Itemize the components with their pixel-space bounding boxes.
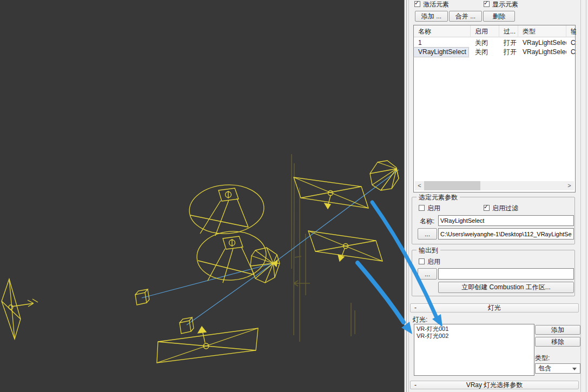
- cube-light-1[interactable]: [135, 289, 149, 305]
- lights-list-label: 灯光:: [413, 315, 427, 324]
- type-dropdown[interactable]: 包含: [535, 363, 580, 374]
- application-window: 激活元素 显示元素 添加 ... 合并 ... 删除 名称 启用 过... 类型…: [0, 0, 588, 392]
- panel-edge-line-2: [408, 0, 409, 392]
- vray-light-select-params-title: VRay 灯光选择参数: [411, 381, 578, 389]
- horizontal-scrollbar[interactable]: < >: [415, 181, 574, 190]
- plane-light-bottom[interactable]: [157, 327, 258, 363]
- cell-filter[interactable]: 打开: [499, 38, 518, 48]
- output-path-input[interactable]: [438, 268, 574, 280]
- cell-type[interactable]: VRayLightSelect: [518, 48, 566, 57]
- cell-enabled[interactable]: 关闭: [471, 48, 499, 57]
- element-name-label: 名称:: [420, 217, 434, 226]
- scroll-left-icon[interactable]: <: [415, 181, 424, 190]
- output-browse-button[interactable]: ...: [418, 268, 437, 280]
- column-header-output[interactable]: 输: [566, 25, 576, 37]
- cell-output[interactable]: C:\: [566, 38, 576, 48]
- render-elements-table[interactable]: 名称 启用 过... 类型 输 1 关闭 打开 VRayLightSelect …: [413, 25, 576, 192]
- render-elements-panel: 激活元素 显示元素 添加 ... 合并 ... 删除 名称 启用 过... 类型…: [404, 0, 588, 392]
- plane-light-left[interactable]: [2, 279, 38, 339]
- dim-scene-geometry[interactable]: [292, 154, 355, 342]
- display-elements-checkbox[interactable]: [484, 1, 490, 7]
- lights-listbox[interactable]: VR-灯光001 VR-灯光002: [414, 324, 534, 376]
- add-light-button[interactable]: 添加: [535, 325, 580, 335]
- table-header[interactable]: 名称 启用 过... 类型 输: [414, 25, 575, 37]
- cell-name[interactable]: 1: [414, 38, 471, 48]
- enable-filter-checkbox[interactable]: [484, 205, 490, 211]
- activate-elements-label: 激活元素: [423, 0, 449, 9]
- chevron-down-icon: [572, 368, 577, 370]
- cell-output[interactable]: C:\: [566, 48, 576, 57]
- remove-light-button[interactable]: 移除: [535, 337, 580, 347]
- create-combustion-workspace-button[interactable]: 立即创建 Combustion 工作区...: [438, 282, 574, 293]
- vray-light-select-params-rollout-bar[interactable]: - VRay 灯光选择参数: [410, 381, 579, 389]
- column-header-name[interactable]: 名称: [414, 25, 471, 37]
- panel-right-line-2: [586, 0, 586, 392]
- panel-right-line: [580, 0, 581, 392]
- activate-elements-checkbox[interactable]: [414, 1, 420, 7]
- list-item[interactable]: VR-灯光002: [417, 333, 532, 340]
- cone-light-top-right[interactable]: [370, 161, 399, 190]
- scrollbar-thumb[interactable]: [424, 181, 480, 190]
- scroll-right-icon[interactable]: >: [565, 181, 574, 190]
- table-row[interactable]: VRayLightSelect 关闭 打开 VRayLightSelect C:…: [414, 48, 575, 57]
- cube-light-2[interactable]: [180, 317, 194, 334]
- output-enable-checkbox[interactable]: [419, 258, 425, 264]
- delete-element-button[interactable]: 删除: [483, 11, 515, 22]
- 3d-viewport[interactable]: [0, 0, 404, 392]
- cell-name[interactable]: VRayLightSelect: [414, 48, 468, 57]
- lights-rollout-bar[interactable]: - 灯光: [410, 303, 579, 313]
- merge-element-button[interactable]: 合并 ...: [449, 11, 482, 22]
- column-header-enabled[interactable]: 启用: [471, 25, 499, 37]
- column-header-filter[interactable]: 过...: [499, 25, 518, 37]
- output-to-title: 输出到: [417, 246, 440, 255]
- column-header-type[interactable]: 类型: [518, 25, 566, 37]
- type-label: 类型:: [535, 354, 550, 363]
- cell-filter[interactable]: 打开: [499, 48, 518, 57]
- element-name-input[interactable]: [438, 215, 574, 226]
- output-enable-label: 启用: [427, 257, 440, 267]
- display-elements-label: 显示元素: [492, 0, 518, 9]
- viewport-scene: [0, 0, 404, 392]
- enable-filter-label: 启用过滤: [492, 204, 518, 213]
- browse-path-button[interactable]: ...: [418, 228, 437, 240]
- element-enable-checkbox[interactable]: [419, 205, 425, 211]
- table-row[interactable]: 1 关闭 打开 VRayLightSelect C:\: [414, 38, 575, 48]
- light-target-lines: [142, 170, 399, 325]
- plane-light-mid-right[interactable]: [308, 231, 382, 261]
- disc-light-upper[interactable]: [188, 182, 266, 236]
- lights-rollout-title: 灯光: [411, 304, 578, 312]
- list-item[interactable]: VR-灯光001: [417, 325, 532, 333]
- cell-enabled[interactable]: 关闭: [471, 38, 499, 48]
- plane-light-upper-right[interactable]: [294, 177, 368, 209]
- selected-element-params-title: 选定元素参数: [417, 193, 460, 202]
- element-enable-label: 启用: [427, 204, 440, 213]
- cell-type[interactable]: VRayLightSelect: [518, 38, 566, 48]
- add-element-button[interactable]: 添加 ...: [415, 11, 448, 22]
- type-dropdown-value: 包含: [538, 364, 551, 372]
- element-path-input[interactable]: [438, 228, 574, 240]
- panel-edge-line: [406, 0, 407, 392]
- vray-light-wireframes[interactable]: [2, 161, 399, 363]
